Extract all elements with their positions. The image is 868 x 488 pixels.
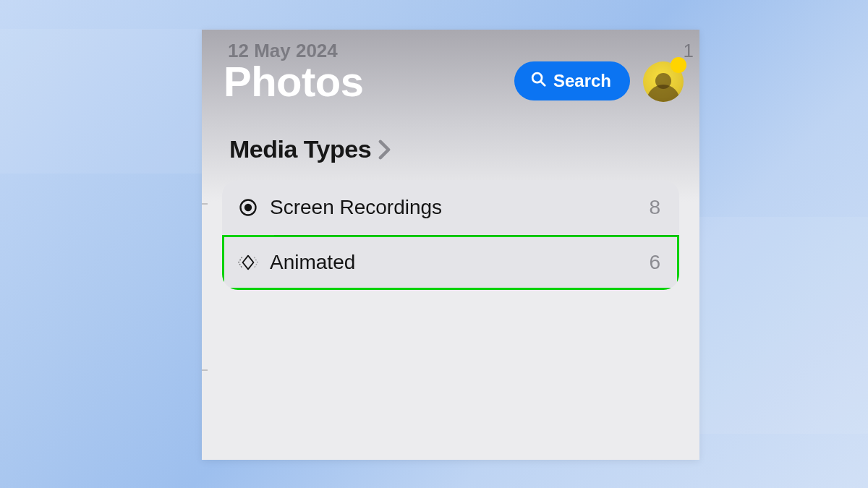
search-label: Search [553,71,611,91]
media-types-header[interactable]: Media Types [229,135,391,163]
media-type-row-screen-recordings[interactable]: Screen Recordings 8 [222,180,679,235]
page-title: Photos [224,57,364,106]
animated-icon [238,252,270,273]
photos-panel: 12 May 2024 1 Photos Search Media Types [202,30,699,460]
row-label: Animated [270,251,649,274]
background-count: 1 [684,40,694,62]
svg-point-3 [245,205,251,210]
row-label: Screen Recordings [270,196,649,219]
media-type-row-animated[interactable]: Animated 6 [222,235,679,290]
search-button[interactable]: Search [514,61,630,100]
panel-edge-mark [202,203,208,205]
search-icon [530,71,546,91]
media-types-list: Screen Recordings 8 Animated 6 [222,180,679,290]
notification-badge [671,57,686,73]
record-icon [238,197,270,218]
section-title: Media Types [229,135,371,163]
svg-line-1 [541,82,545,86]
svg-marker-4 [243,256,254,270]
row-count: 8 [649,196,660,219]
panel-edge-mark [202,369,208,371]
row-count: 6 [649,251,660,274]
chevron-right-icon [378,137,391,163]
